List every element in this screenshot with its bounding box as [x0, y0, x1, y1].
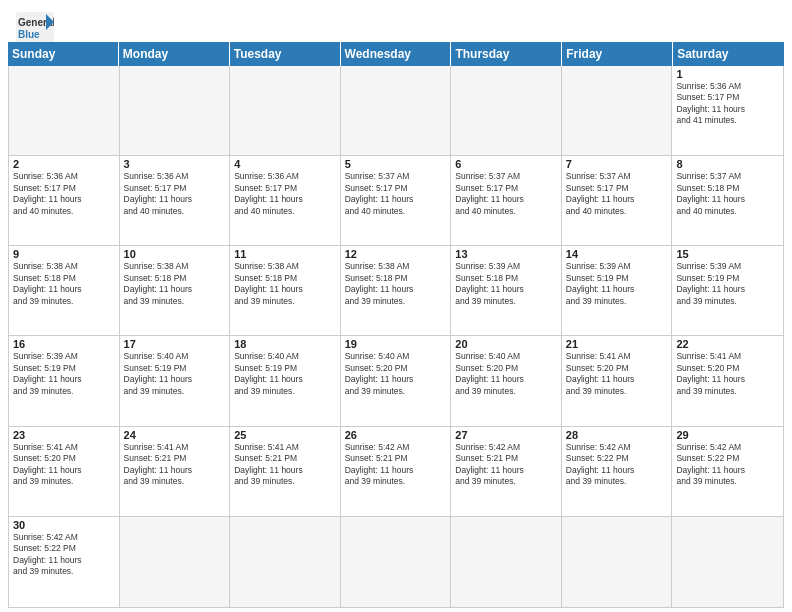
day-number: 27 [455, 429, 557, 441]
day-info: Sunrise: 5:42 AM Sunset: 5:22 PM Dayligh… [566, 442, 668, 488]
day-info: Sunrise: 5:39 AM Sunset: 5:19 PM Dayligh… [566, 261, 668, 307]
day-number: 11 [234, 248, 336, 260]
day-number: 2 [13, 158, 115, 170]
empty-cell [451, 517, 562, 607]
day-info: Sunrise: 5:41 AM Sunset: 5:20 PM Dayligh… [13, 442, 115, 488]
day-info: Sunrise: 5:41 AM Sunset: 5:20 PM Dayligh… [566, 351, 668, 397]
day-cell-16: 16Sunrise: 5:39 AM Sunset: 5:19 PM Dayli… [9, 336, 120, 425]
svg-text:Blue: Blue [18, 29, 40, 40]
empty-cell [562, 517, 673, 607]
day-number: 18 [234, 338, 336, 350]
day-info: Sunrise: 5:41 AM Sunset: 5:20 PM Dayligh… [676, 351, 779, 397]
day-info: Sunrise: 5:37 AM Sunset: 5:17 PM Dayligh… [455, 171, 557, 217]
empty-cell [341, 66, 452, 155]
day-info: Sunrise: 5:38 AM Sunset: 5:18 PM Dayligh… [124, 261, 226, 307]
day-number: 15 [676, 248, 779, 260]
empty-cell [120, 66, 231, 155]
page: General Blue SundayMondayTuesdayWednesda… [0, 0, 792, 612]
day-cell-10: 10Sunrise: 5:38 AM Sunset: 5:18 PM Dayli… [120, 246, 231, 335]
day-number: 22 [676, 338, 779, 350]
day-number: 5 [345, 158, 447, 170]
day-cell-23: 23Sunrise: 5:41 AM Sunset: 5:20 PM Dayli… [9, 427, 120, 516]
day-cell-19: 19Sunrise: 5:40 AM Sunset: 5:20 PM Dayli… [341, 336, 452, 425]
day-info: Sunrise: 5:39 AM Sunset: 5:19 PM Dayligh… [676, 261, 779, 307]
calendar: SundayMondayTuesdayWednesdayThursdayFrid… [0, 42, 792, 612]
day-cell-5: 5Sunrise: 5:37 AM Sunset: 5:17 PM Daylig… [341, 156, 452, 245]
day-cell-27: 27Sunrise: 5:42 AM Sunset: 5:21 PM Dayli… [451, 427, 562, 516]
day-cell-21: 21Sunrise: 5:41 AM Sunset: 5:20 PM Dayli… [562, 336, 673, 425]
weekday-header-friday: Friday [562, 42, 673, 66]
day-cell-14: 14Sunrise: 5:39 AM Sunset: 5:19 PM Dayli… [562, 246, 673, 335]
weekday-header-sunday: Sunday [8, 42, 119, 66]
weekday-header-tuesday: Tuesday [230, 42, 341, 66]
day-info: Sunrise: 5:38 AM Sunset: 5:18 PM Dayligh… [234, 261, 336, 307]
day-info: Sunrise: 5:40 AM Sunset: 5:19 PM Dayligh… [234, 351, 336, 397]
day-number: 29 [676, 429, 779, 441]
day-number: 6 [455, 158, 557, 170]
day-cell-22: 22Sunrise: 5:41 AM Sunset: 5:20 PM Dayli… [672, 336, 783, 425]
day-info: Sunrise: 5:41 AM Sunset: 5:21 PM Dayligh… [234, 442, 336, 488]
day-number: 17 [124, 338, 226, 350]
day-cell-24: 24Sunrise: 5:41 AM Sunset: 5:21 PM Dayli… [120, 427, 231, 516]
calendar-row-3: 16Sunrise: 5:39 AM Sunset: 5:19 PM Dayli… [9, 336, 783, 426]
day-cell-6: 6Sunrise: 5:37 AM Sunset: 5:17 PM Daylig… [451, 156, 562, 245]
day-info: Sunrise: 5:42 AM Sunset: 5:21 PM Dayligh… [455, 442, 557, 488]
day-info: Sunrise: 5:40 AM Sunset: 5:20 PM Dayligh… [455, 351, 557, 397]
day-number: 26 [345, 429, 447, 441]
day-number: 7 [566, 158, 668, 170]
calendar-body: 1Sunrise: 5:36 AM Sunset: 5:17 PM Daylig… [8, 66, 784, 608]
day-cell-15: 15Sunrise: 5:39 AM Sunset: 5:19 PM Dayli… [672, 246, 783, 335]
day-info: Sunrise: 5:37 AM Sunset: 5:18 PM Dayligh… [676, 171, 779, 217]
day-number: 23 [13, 429, 115, 441]
day-cell-18: 18Sunrise: 5:40 AM Sunset: 5:19 PM Dayli… [230, 336, 341, 425]
empty-cell [672, 517, 783, 607]
day-cell-3: 3Sunrise: 5:36 AM Sunset: 5:17 PM Daylig… [120, 156, 231, 245]
day-number: 19 [345, 338, 447, 350]
day-cell-7: 7Sunrise: 5:37 AM Sunset: 5:17 PM Daylig… [562, 156, 673, 245]
day-number: 25 [234, 429, 336, 441]
day-info: Sunrise: 5:36 AM Sunset: 5:17 PM Dayligh… [124, 171, 226, 217]
calendar-row-2: 9Sunrise: 5:38 AM Sunset: 5:18 PM Daylig… [9, 246, 783, 336]
day-number: 30 [13, 519, 115, 531]
day-info: Sunrise: 5:42 AM Sunset: 5:22 PM Dayligh… [13, 532, 115, 578]
day-info: Sunrise: 5:39 AM Sunset: 5:19 PM Dayligh… [13, 351, 115, 397]
day-info: Sunrise: 5:42 AM Sunset: 5:21 PM Dayligh… [345, 442, 447, 488]
day-cell-25: 25Sunrise: 5:41 AM Sunset: 5:21 PM Dayli… [230, 427, 341, 516]
day-number: 3 [124, 158, 226, 170]
day-cell-28: 28Sunrise: 5:42 AM Sunset: 5:22 PM Dayli… [562, 427, 673, 516]
weekday-header-monday: Monday [119, 42, 230, 66]
day-number: 9 [13, 248, 115, 260]
day-cell-20: 20Sunrise: 5:40 AM Sunset: 5:20 PM Dayli… [451, 336, 562, 425]
day-number: 13 [455, 248, 557, 260]
weekday-header-saturday: Saturday [673, 42, 784, 66]
day-number: 28 [566, 429, 668, 441]
day-cell-9: 9Sunrise: 5:38 AM Sunset: 5:18 PM Daylig… [9, 246, 120, 335]
weekday-header-thursday: Thursday [451, 42, 562, 66]
calendar-header: SundayMondayTuesdayWednesdayThursdayFrid… [8, 42, 784, 66]
day-number: 1 [676, 68, 779, 80]
day-info: Sunrise: 5:38 AM Sunset: 5:18 PM Dayligh… [345, 261, 447, 307]
calendar-row-5: 30Sunrise: 5:42 AM Sunset: 5:22 PM Dayli… [9, 517, 783, 607]
logo: General Blue [16, 12, 48, 36]
day-cell-4: 4Sunrise: 5:36 AM Sunset: 5:17 PM Daylig… [230, 156, 341, 245]
day-info: Sunrise: 5:36 AM Sunset: 5:17 PM Dayligh… [13, 171, 115, 217]
empty-cell [341, 517, 452, 607]
day-cell-2: 2Sunrise: 5:36 AM Sunset: 5:17 PM Daylig… [9, 156, 120, 245]
empty-cell [230, 66, 341, 155]
calendar-row-4: 23Sunrise: 5:41 AM Sunset: 5:20 PM Dayli… [9, 427, 783, 517]
day-info: Sunrise: 5:36 AM Sunset: 5:17 PM Dayligh… [676, 81, 779, 127]
empty-cell [120, 517, 231, 607]
day-number: 20 [455, 338, 557, 350]
logo-icon: General Blue [16, 12, 48, 36]
empty-cell [230, 517, 341, 607]
day-info: Sunrise: 5:40 AM Sunset: 5:20 PM Dayligh… [345, 351, 447, 397]
day-number: 4 [234, 158, 336, 170]
day-info: Sunrise: 5:36 AM Sunset: 5:17 PM Dayligh… [234, 171, 336, 217]
day-number: 12 [345, 248, 447, 260]
day-cell-11: 11Sunrise: 5:38 AM Sunset: 5:18 PM Dayli… [230, 246, 341, 335]
empty-cell [451, 66, 562, 155]
day-cell-26: 26Sunrise: 5:42 AM Sunset: 5:21 PM Dayli… [341, 427, 452, 516]
day-info: Sunrise: 5:41 AM Sunset: 5:21 PM Dayligh… [124, 442, 226, 488]
day-cell-13: 13Sunrise: 5:39 AM Sunset: 5:18 PM Dayli… [451, 246, 562, 335]
empty-cell [9, 66, 120, 155]
